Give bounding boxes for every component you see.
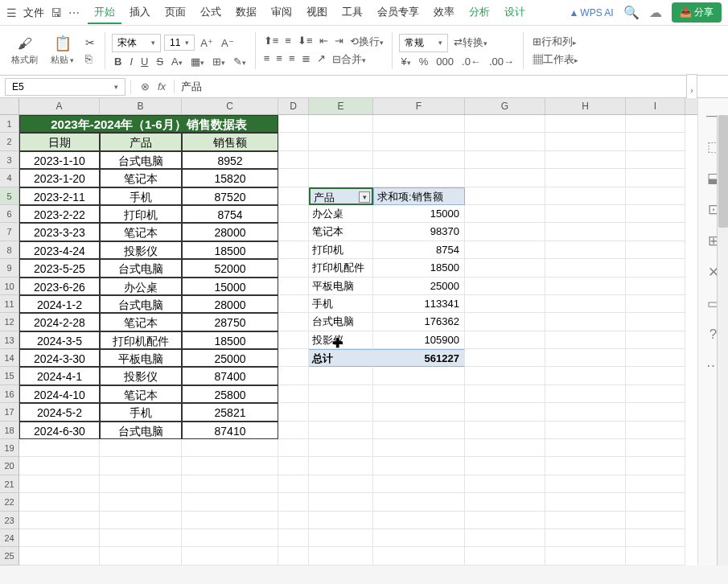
cell[interactable]: 手机 <box>100 403 182 421</box>
row-header[interactable]: 17 <box>0 403 19 421</box>
cell[interactable]: 28000 <box>182 295 278 313</box>
cell[interactable] <box>373 547 465 565</box>
format-brush-button[interactable]: 🖌 格式刷 <box>6 35 43 66</box>
col-header[interactable]: G <box>465 98 545 114</box>
col-header[interactable]: H <box>545 98 626 114</box>
row-header[interactable]: 18 <box>0 422 19 439</box>
worksheet-button[interactable]: ▦工作表▸ <box>530 52 581 67</box>
cell[interactable] <box>545 259 626 277</box>
row-header[interactable]: 14 <box>0 349 19 367</box>
row-header[interactable]: 13 <box>0 331 19 349</box>
cell[interactable]: 2023-1-10 <box>19 151 100 169</box>
row-header[interactable]: 15 <box>0 367 19 385</box>
cell[interactable]: 笔记本 <box>100 223 182 241</box>
cell[interactable] <box>278 278 309 295</box>
tab-start[interactable]: 开始 <box>88 2 121 24</box>
cell[interactable] <box>100 457 182 475</box>
pivot-value[interactable]: 18500 <box>373 259 465 277</box>
cell[interactable]: 87520 <box>182 187 278 205</box>
cell[interactable] <box>373 385 465 403</box>
cell[interactable] <box>19 547 100 565</box>
pivot-item[interactable]: 台式电脑 <box>309 313 373 331</box>
cell[interactable] <box>545 439 626 457</box>
pivot-val-header[interactable]: 求和项:销售额 <box>373 187 465 205</box>
row-header[interactable]: 2 <box>0 133 19 150</box>
cell[interactable] <box>465 367 545 385</box>
cell[interactable] <box>278 422 309 439</box>
cell[interactable] <box>465 475 545 493</box>
tab-page[interactable]: 页面 <box>158 2 192 24</box>
cell[interactable]: 销售额 <box>182 133 278 150</box>
cell[interactable]: 办公桌 <box>100 278 182 295</box>
align-left-icon[interactable]: ≡ <box>262 52 272 67</box>
cell[interactable] <box>309 115 373 133</box>
font-color-button[interactable]: A▾ <box>169 56 185 68</box>
wrap-text-button[interactable]: ⟲换行▾ <box>348 35 385 49</box>
col-header[interactable]: E <box>309 98 373 114</box>
cell[interactable] <box>100 493 182 511</box>
cell[interactable] <box>19 475 100 493</box>
cell[interactable]: 笔记本 <box>100 385 182 403</box>
cell[interactable] <box>626 422 685 439</box>
cell[interactable] <box>626 241 685 259</box>
cell[interactable] <box>309 529 373 547</box>
col-header[interactable]: F <box>373 98 465 114</box>
cell[interactable]: 2023-2-11 <box>19 187 100 205</box>
cell[interactable]: 投影仪 <box>100 367 182 385</box>
col-header[interactable]: D <box>278 98 309 114</box>
cell[interactable] <box>100 439 182 457</box>
cell[interactable] <box>373 529 465 547</box>
cell[interactable]: 2024-2-28 <box>19 313 100 331</box>
row-header[interactable]: 8 <box>0 241 19 259</box>
cell[interactable] <box>465 439 545 457</box>
underline-button[interactable]: U <box>138 56 150 68</box>
pivot-item[interactable]: 打印机 <box>309 241 373 259</box>
row-header[interactable]: 7 <box>0 223 19 241</box>
cell[interactable] <box>545 151 626 169</box>
font-name-select[interactable]: 宋体▾ <box>112 34 161 52</box>
row-header[interactable]: 16 <box>0 385 19 403</box>
tab-formula[interactable]: 公式 <box>194 2 228 24</box>
cell[interactable] <box>545 349 626 367</box>
cell[interactable] <box>626 457 685 475</box>
cell[interactable] <box>626 512 685 529</box>
col-header[interactable]: A <box>19 98 100 114</box>
cell[interactable] <box>182 475 278 493</box>
cell[interactable] <box>100 529 182 547</box>
save-icon[interactable]: 🖫 <box>51 6 62 19</box>
row-header[interactable]: 9 <box>0 259 19 277</box>
cell[interactable] <box>465 331 545 349</box>
paste-button[interactable]: 📋 粘贴▾ <box>46 35 79 66</box>
cell[interactable] <box>626 115 685 133</box>
cell[interactable] <box>465 223 545 241</box>
cell[interactable] <box>278 313 309 331</box>
cell[interactable] <box>545 205 626 223</box>
cell[interactable]: 笔记本 <box>100 313 182 331</box>
cell[interactable]: 25800 <box>182 385 278 403</box>
cell[interactable] <box>278 547 309 565</box>
cell[interactable] <box>545 529 626 547</box>
cell[interactable] <box>465 529 545 547</box>
cell[interactable] <box>182 457 278 475</box>
font-size-select[interactable]: 11▾ <box>164 35 195 51</box>
cell[interactable] <box>545 457 626 475</box>
row-header[interactable]: 25 <box>0 547 19 565</box>
pivot-item[interactable]: 办公桌 <box>309 205 373 223</box>
cell[interactable]: 87400 <box>182 367 278 385</box>
cell[interactable] <box>465 295 545 313</box>
share-button[interactable]: 📤 分享 <box>672 2 722 23</box>
cell[interactable]: 2023-6-26 <box>19 278 100 295</box>
row-header[interactable]: 10 <box>0 278 19 295</box>
cell[interactable] <box>545 385 626 403</box>
cell[interactable] <box>309 493 373 511</box>
cell[interactable] <box>626 403 685 421</box>
cell[interactable] <box>626 187 685 205</box>
row-header[interactable]: 12 <box>0 313 19 331</box>
cell[interactable] <box>278 367 309 385</box>
cell[interactable] <box>278 475 309 493</box>
cell[interactable] <box>465 115 545 133</box>
cell[interactable] <box>373 422 465 439</box>
fx-icon[interactable]: fx <box>158 80 166 93</box>
cell[interactable] <box>465 187 545 205</box>
row-header[interactable]: 22 <box>0 493 19 511</box>
